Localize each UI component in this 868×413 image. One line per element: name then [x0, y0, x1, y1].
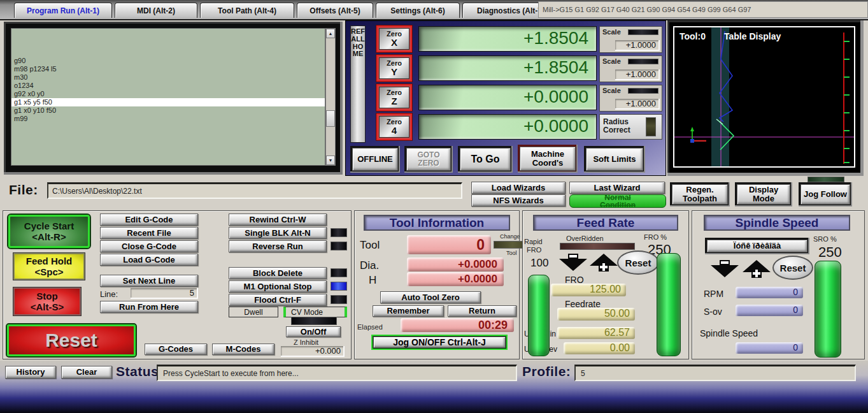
gcode-scrollbar[interactable]: ▲ ▼	[325, 28, 336, 166]
x-scale-value[interactable]: +1.0000	[615, 40, 660, 51]
close-gcode-button[interactable]: Close G-Code	[100, 240, 198, 252]
z-inhibit-value-field[interactable]: +0.000	[281, 346, 345, 357]
gcode-line[interactable]: m30	[11, 73, 325, 82]
reverse-run-button[interactable]: Reverse Run	[229, 240, 327, 252]
m-codes-button[interactable]: M-Codes	[212, 344, 274, 355]
toolpath-display[interactable]: Tool:0 Table Display	[673, 26, 855, 168]
single-blk-button[interactable]: Single BLK Alt-N	[229, 227, 327, 239]
gcode-line[interactable]: g92 x0 y0	[11, 90, 325, 98]
y-axis-dro[interactable]: +1.8504	[418, 55, 597, 81]
line-number-field[interactable]: 5	[131, 288, 198, 299]
load-wizards-button[interactable]: Load Wizards	[471, 182, 566, 194]
scroll-down-icon[interactable]: ▼	[326, 156, 335, 165]
spindle-speed-dro[interactable]: 0	[736, 342, 803, 354]
sro-reset-button[interactable]: Reset	[772, 256, 813, 280]
machine-coords-button[interactable]: Machine Coord's	[520, 147, 576, 171]
spindle-increase-button[interactable]	[742, 259, 771, 279]
spindle-decrease-button[interactable]	[710, 259, 739, 279]
sro-slider[interactable]	[815, 261, 841, 358]
ref-all-home-button[interactable]: REF ALL HOME	[350, 25, 366, 143]
gcode-line[interactable]: g1 x0 y10 f50	[11, 106, 325, 115]
tab-program-run[interactable]: Program Run (Alt-1)	[14, 3, 112, 18]
feed-increase-button[interactable]	[589, 253, 618, 272]
zero-4-button[interactable]: Zero4	[376, 113, 412, 140]
y-scale-value[interactable]: +1.0000	[615, 69, 660, 80]
feedrate-dro[interactable]: 50.00	[557, 308, 635, 321]
zero-y-button[interactable]: ZeroY	[376, 55, 412, 82]
z-inhibit-on-off-button[interactable]: On/Off	[286, 326, 341, 337]
gcode-line[interactable]: m99	[11, 115, 325, 123]
cycle-start-button[interactable]: Cycle Start <Alt-R>	[8, 215, 90, 248]
tab-settings[interactable]: Settings (Alt-6)	[376, 3, 460, 18]
tab-tool-path[interactable]: Tool Path (Alt-4)	[200, 3, 294, 18]
radius-correct-button[interactable]: Radius Correct	[599, 114, 662, 140]
file-path-field[interactable]: C:\Users\Al\Desktop\22.txt	[47, 182, 462, 199]
change-tool-label: Tool	[506, 250, 517, 256]
scrollbar-thumb[interactable]	[326, 110, 335, 127]
status-message-field: Press CycleStart to execute from here...	[157, 365, 517, 381]
run-from-here-button[interactable]: Run From Here	[100, 301, 198, 313]
jog-follow-button[interactable]: Jog Follow	[800, 184, 850, 205]
gcode-line[interactable]: g90	[11, 57, 325, 65]
z-scale-value[interactable]: +1.0000	[615, 99, 660, 110]
block-delete-button[interactable]: Block Delete	[229, 267, 327, 279]
jog-on-off-button[interactable]: Jog ON/OFF Ctrl-Alt-J	[373, 337, 506, 348]
s-ov-dro[interactable]: 0	[736, 305, 803, 316]
scale-led	[628, 29, 658, 35]
axis-z-label: Z	[391, 96, 397, 106]
g-codes-button[interactable]: G-Codes	[145, 344, 207, 355]
reset-button[interactable]: Reset	[7, 324, 136, 356]
tool-number-dro[interactable]: 0	[407, 235, 491, 254]
offline-button[interactable]: OFFLINE	[352, 148, 398, 171]
goto-zero-button[interactable]: GOTO ZERO	[406, 148, 451, 171]
rewind-button[interactable]: Rewind Ctrl-W	[229, 214, 327, 226]
z-inhibit-label: Z Inhibit	[294, 338, 318, 346]
auto-tool-zero-button[interactable]: Auto Tool Zero	[380, 291, 481, 303]
scroll-up-icon[interactable]: ▲	[326, 29, 335, 38]
feed-hold-button[interactable]: Feed Hold <Spc>	[13, 253, 85, 280]
normal-condition-button[interactable]: Normal Condition	[569, 194, 666, 208]
soft-limits-button[interactable]: Soft Limits	[586, 148, 643, 171]
zero-x-button[interactable]: ZeroX	[376, 25, 412, 52]
load-gcode-button[interactable]: Load G-Code	[100, 254, 198, 266]
recent-file-button[interactable]: Recent File	[100, 227, 198, 239]
flood-button[interactable]: Flood Ctrl-F	[229, 294, 327, 306]
clear-button[interactable]: Clear	[61, 366, 112, 379]
profile-field[interactable]: 5	[574, 365, 856, 381]
tab-offsets[interactable]: Offsets (Alt-5)	[297, 3, 373, 18]
stop-button[interactable]: Stop <Alt-S>	[13, 287, 81, 315]
z-axis-dro[interactable]: +0.0000	[418, 85, 597, 110]
fro-slider[interactable]	[657, 253, 681, 356]
regen-toolpath-button[interactable]: Regen. Toolpath	[672, 184, 728, 205]
feed-decrease-button[interactable]	[559, 253, 588, 272]
set-next-line-button[interactable]: Set Next Line	[100, 275, 198, 287]
return-button[interactable]: Return	[448, 305, 516, 317]
last-wizard-button[interactable]: Last Wizard	[569, 182, 665, 194]
tab-mdi[interactable]: MDI (Alt-2)	[115, 3, 197, 18]
display-mode-button[interactable]: Display Mode	[737, 184, 790, 205]
x-axis-dro[interactable]: +1.8504	[418, 26, 597, 52]
active-gcodes-text: Mill->G15 G1 G92 G17 G40 G21 G90 G94 G54…	[543, 6, 751, 13]
tool-diameter-dro[interactable]: +0.0000	[407, 257, 504, 272]
gcode-list[interactable]: g90 m98 p1234 l5 m30 o1234 g92 x0 y0 g1 …	[11, 28, 325, 166]
remember-button[interactable]: Remember	[373, 305, 444, 317]
tool-height-dro[interactable]: +0.0000	[407, 272, 504, 286]
history-button[interactable]: History	[5, 366, 56, 379]
edit-gcode-button[interactable]: Edit G-Code	[100, 214, 198, 226]
a-axis-dro[interactable]: +0.0000	[418, 114, 597, 140]
nfs-wizards-button[interactable]: NFS Wizards	[471, 194, 566, 207]
fro-reset-button[interactable]: Reset	[617, 250, 659, 275]
zero-z-button[interactable]: ZeroZ	[376, 84, 412, 111]
rapid-label: Rapid	[524, 238, 543, 245]
fro-dro[interactable]: 125.00	[551, 284, 626, 296]
rapid-fro-slider[interactable]	[528, 275, 550, 356]
m1-optional-stop-button[interactable]: M1 Optional Stop	[229, 280, 327, 293]
gcode-line[interactable]: o1234	[11, 82, 325, 90]
spindle-drive-button[interactable]: Ïóñê ïðèâîäà	[707, 240, 808, 252]
tab-offsets-label: Offsets (Alt-5)	[309, 6, 360, 15]
y-scale-box: Scale +1.0000	[599, 55, 662, 82]
feed-rate-section: Feed Rate OverRidden FRO % 250 Rapid FRO…	[522, 210, 689, 359]
gcode-line[interactable]: m98 p1234 l5	[11, 65, 325, 73]
to-go-button[interactable]: To Go	[460, 148, 511, 171]
gcode-line-current[interactable]: g1 x5 y5 f50	[11, 98, 325, 106]
